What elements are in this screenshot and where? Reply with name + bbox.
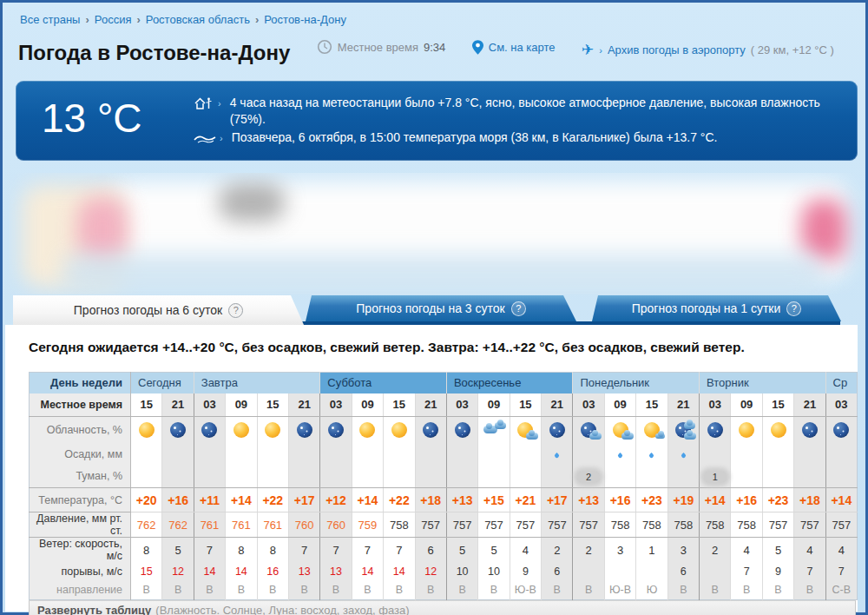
cell-cloudiness <box>194 417 225 443</box>
cell-local-time: 15 <box>510 393 541 417</box>
cell-cloudiness <box>667 417 699 443</box>
cell-precipitation <box>825 443 857 466</box>
breadcrumb-link[interactable]: Все страны <box>20 13 80 26</box>
arrow-icon: › <box>599 45 602 56</box>
tab-label: Прогноз погоды на 6 суток <box>74 303 222 317</box>
cell-cloudiness <box>162 417 194 443</box>
cell-wind-speed: 7 <box>320 538 352 563</box>
cell-temperature: +22 <box>384 488 415 512</box>
cell-local-time: 03 <box>320 393 352 417</box>
cell-precipitation <box>573 443 604 466</box>
night-cloud-icon <box>581 422 596 438</box>
table-row: Осадки, мм <box>30 443 858 466</box>
cell-fog <box>384 466 415 488</box>
cell-local-time: 21 <box>288 393 319 417</box>
tab-forecast-6-days[interactable]: Прогноз погоды на 6 суток? <box>13 295 304 325</box>
cell-wind-speed: 5 <box>162 538 194 563</box>
cell-temperature: +19 <box>667 488 699 512</box>
cell-wind-direction: В <box>131 581 162 599</box>
raindrop-icon <box>681 453 687 459</box>
cell-fog: 1 <box>700 466 731 488</box>
cell-wind-direction: Ю-В <box>604 581 635 599</box>
cell-wind-gusts: 9 <box>762 562 793 581</box>
map-link[interactable]: См. на карте <box>489 41 556 54</box>
tab-label: Прогноз погоды на 3 суток <box>356 301 504 315</box>
cell-pressure: 757 <box>510 512 541 538</box>
cell-fog <box>510 466 541 488</box>
help-icon[interactable]: ? <box>228 303 243 318</box>
cell-fog <box>731 466 762 488</box>
cell-local-time: 21 <box>162 393 194 417</box>
cell-temperature: +18 <box>415 488 446 512</box>
row-label: направление <box>30 581 131 599</box>
breadcrumb-link[interactable]: Ростовская область <box>146 13 250 26</box>
cell-temperature: +16 <box>162 488 194 512</box>
cell-precipitation <box>131 443 162 466</box>
page-header: Погода в Ростове-на-Дону Местное время 9… <box>18 39 855 70</box>
cell-precipitation <box>762 443 793 466</box>
tabs: Прогноз погоды на 6 суток?Прогноз погоды… <box>3 295 868 325</box>
cell-cloudiness <box>542 417 573 443</box>
cell-cloudiness <box>446 417 477 443</box>
cell-wind-gusts: 14 <box>352 562 383 581</box>
ad-blur-shape <box>62 253 825 293</box>
cell-fog <box>320 466 352 488</box>
sun-icon <box>771 422 786 438</box>
cell-temperature: +20 <box>131 488 162 512</box>
cell-wind-gusts: 16 <box>257 562 288 581</box>
cell-local-time: 03 <box>700 393 731 417</box>
cell-wind-gusts <box>636 562 667 581</box>
cell-wind-speed: 3 <box>604 538 635 563</box>
tab-forecast-3-days[interactable]: Прогноз погоды на 3 суток? <box>306 295 576 321</box>
cell-cloudiness <box>636 417 667 443</box>
cell-wind-direction: В <box>352 581 383 599</box>
cell-fog <box>131 466 162 488</box>
cell-temperature: +14 <box>352 488 383 512</box>
cell-fog <box>226 466 257 488</box>
cell-wind-speed: 4 <box>731 538 762 563</box>
table-row: День неделиСегодняЗавтраСубботаВоскресен… <box>30 373 858 393</box>
airport-archive-link[interactable]: Архив погоды в аэропорту <box>608 43 746 56</box>
cell-fog <box>446 466 477 488</box>
cell-local-time: 09 <box>604 393 635 417</box>
cell-wind-gusts: 7 <box>731 562 762 581</box>
sun-icon <box>391 422 407 438</box>
ad-banner-blurred[interactable] <box>10 173 864 294</box>
cell-pressure: 757 <box>542 512 573 538</box>
cell-fog <box>194 466 225 488</box>
cell-wind-speed: 5 <box>762 538 793 563</box>
row-label: Облачность, % <box>30 417 131 443</box>
cell-precipitation <box>636 443 667 466</box>
cell-fog <box>288 466 319 488</box>
cell-local-time: 21 <box>667 393 699 417</box>
cell-fog <box>257 466 288 488</box>
cell-temperature: +11 <box>194 488 225 512</box>
cell-wind-gusts: 12 <box>415 562 446 581</box>
tab-forecast-1-days[interactable]: Прогноз погоды на 1 сутки? <box>592 295 841 321</box>
cell-local-time: 03 <box>194 393 225 417</box>
row-label: Осадки, мм <box>30 443 131 466</box>
cell-cloudiness <box>825 417 857 443</box>
raindrop-icon <box>617 453 623 459</box>
map-pin-icon <box>472 40 483 55</box>
table-row: Местное время152103091521030915210309152… <box>30 393 858 417</box>
forecast-table-body: День неделиСегодняЗавтраСубботаВоскресен… <box>30 373 858 600</box>
cloud-part <box>684 422 695 429</box>
help-icon[interactable]: ? <box>786 301 801 316</box>
cell-precipitation <box>542 443 573 466</box>
cell-wind-speed: 2 <box>542 538 573 563</box>
expand-table-button[interactable]: Развернуть таблицу (Влажность. Солнце, Л… <box>29 600 856 615</box>
cell-local-time: 15 <box>762 393 793 417</box>
cell-local-time: 15 <box>384 393 415 417</box>
cloud-part <box>589 433 602 440</box>
breadcrumb-link[interactable]: Ростов-на-Дону <box>264 13 346 26</box>
cell-precipitation <box>604 443 635 466</box>
cell-wind-speed: 2 <box>573 538 604 563</box>
cell-pressure: 758 <box>731 512 762 538</box>
night-clouds-icon <box>675 422 691 438</box>
cell-wind-speed: 2 <box>700 538 731 563</box>
breadcrumb-separator-icon: › <box>136 13 140 26</box>
help-icon[interactable]: ? <box>511 301 526 316</box>
breadcrumb-link[interactable]: Россия <box>95 13 132 26</box>
map-link-block: См. на карте <box>472 40 556 55</box>
